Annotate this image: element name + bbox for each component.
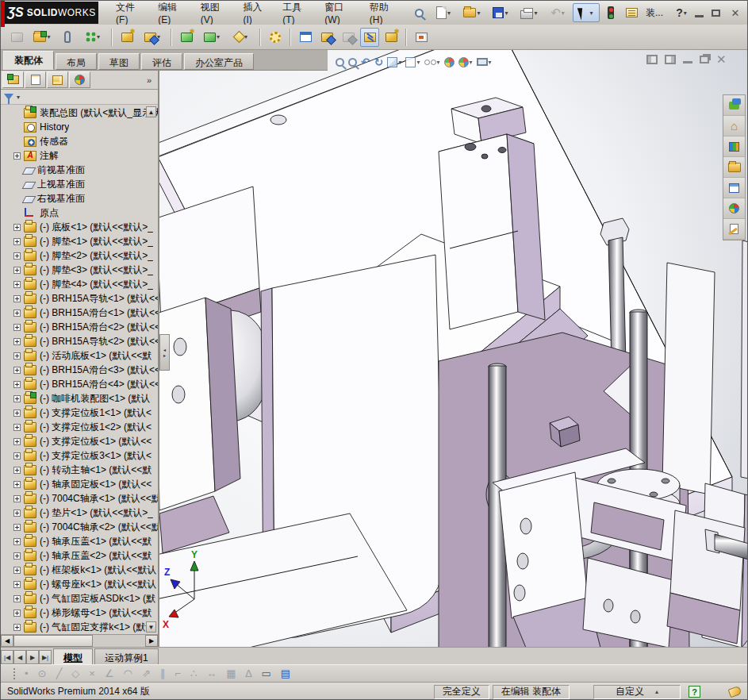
scroll-right-button[interactable]: ▶: [145, 635, 158, 647]
command-tab[interactable]: 办公室产品: [184, 53, 254, 70]
zoom-to-fit-icon[interactable]: [336, 58, 344, 67]
tree-scroll-up[interactable]: ▲: [146, 106, 156, 117]
tree-item[interactable]: (-) 转动主轴<1> (默认<<默: [1, 463, 158, 477]
design-library-tab[interactable]: [723, 137, 745, 157]
sketch-snap-icon[interactable]: ◇: [71, 668, 79, 679]
assembly-features-button[interactable]: ▾: [198, 28, 225, 47]
expand-plus-icon[interactable]: [13, 367, 21, 374]
tree-item[interactable]: 装配总图 (默认<默认_显示状态: [1, 106, 158, 120]
comment-note-button[interactable]: [622, 3, 641, 22]
expand-plus-icon[interactable]: [13, 524, 21, 531]
close-button[interactable]: ✕: [728, 7, 742, 19]
print-button[interactable]: ▾: [516, 3, 543, 22]
sketch-snap-icon[interactable]: ▤: [281, 668, 290, 679]
property-manager-tab[interactable]: [25, 71, 46, 88]
tree-item[interactable]: History: [1, 120, 158, 134]
tree-filter-bar[interactable]: ▾: [1, 90, 158, 105]
expand-plus-icon[interactable]: [13, 410, 21, 417]
apply-scene-icon[interactable]: ▾: [458, 57, 473, 67]
tree-item[interactable]: 上视基准面: [1, 177, 158, 191]
expand-plus-icon[interactable]: [13, 467, 21, 474]
undo-button[interactable]: ↶▾: [544, 3, 571, 22]
tree-item[interactable]: (-) 支撑定位板3<1> (默认<: [1, 448, 158, 463]
save-button[interactable]: ▾: [487, 3, 514, 22]
expand-plus-icon[interactable]: [13, 567, 21, 574]
tree-item[interactable]: (-) 轴承压盖<1> (默认<<默: [1, 534, 158, 548]
tag-icon[interactable]: [728, 686, 742, 698]
expand-plus-icon[interactable]: [13, 295, 21, 302]
expand-plus-icon[interactable]: [13, 381, 21, 388]
expand-plus-icon[interactable]: [13, 252, 21, 260]
previous-view-icon[interactable]: ↶: [361, 56, 370, 67]
tree-item[interactable]: (-) 轴承固定板<1> (默认<<: [1, 477, 158, 491]
split-right-button[interactable]: [665, 55, 676, 64]
sketch-snap-icon[interactable]: ↔: [206, 668, 217, 679]
expand-plus-icon[interactable]: [13, 452, 21, 460]
tree-item[interactable]: (-) 支撑定位板<1> (默认<<: [1, 434, 158, 448]
mate-button[interactable]: [58, 28, 77, 47]
tree-item[interactable]: (-) 脚垫<3> (默认<<默认>_: [1, 263, 158, 277]
expand-plus-icon[interactable]: [13, 438, 21, 445]
expand-plus-icon[interactable]: [13, 281, 21, 288]
tree-item[interactable]: (-) BRH15A导轨<2> (默认<<: [1, 334, 158, 348]
sketch-snap-icon[interactable]: ▭: [261, 668, 270, 679]
zoom-to-area-icon[interactable]: [348, 58, 357, 67]
appearances-button[interactable]: [382, 28, 401, 47]
tree-item[interactable]: (-) BRH15A滑台<3> (默认<<: [1, 363, 158, 377]
expand-plus-icon[interactable]: [13, 624, 21, 631]
sketch-snap-icon[interactable]: ⊙: [38, 668, 47, 679]
expand-plus-icon[interactable]: [13, 395, 21, 402]
linear-component-pattern-button[interactable]: ▾: [79, 28, 106, 47]
tree-item[interactable]: (-) BRH15A滑台<4> (默认<<: [1, 377, 158, 391]
sketch-snap-icon[interactable]: ∴: [190, 668, 197, 679]
insert-component-button[interactable]: [7, 28, 26, 47]
expand-plus-icon[interactable]: [13, 424, 21, 431]
scroll-left-button[interactable]: ◀: [1, 635, 13, 647]
solidworks-resources-tab[interactable]: ⌂: [723, 116, 745, 137]
expand-plus-icon[interactable]: [13, 267, 21, 274]
more-tabs-chevron[interactable]: »: [147, 75, 156, 85]
maximize-button[interactable]: [712, 10, 720, 17]
new-motion-study-button[interactable]: [266, 28, 285, 47]
feature-manager-tab[interactable]: [2, 71, 24, 88]
tree-item[interactable]: (-) 螺母座k<1> (默认<<默认: [1, 577, 158, 591]
units-selector[interactable]: 自定义▴: [593, 685, 681, 699]
tree-item[interactable]: (-) 咖啡机装配图<1> (默认: [1, 391, 158, 406]
document-tab[interactable]: 运动算例1: [94, 648, 159, 664]
tree-item[interactable]: (-) 轴承压盖<2> (默认<<默: [1, 548, 158, 563]
solidworks-forum-tab[interactable]: [723, 95, 745, 116]
next-tab-button[interactable]: ▶: [26, 650, 39, 664]
graphics-viewport[interactable]: Y Z X: [159, 50, 748, 664]
expand-plus-icon[interactable]: [13, 538, 21, 545]
document-menu-button[interactable]: 装...: [643, 3, 666, 22]
tree-item[interactable]: 右视基准面: [1, 191, 158, 206]
display-style-icon[interactable]: ▾: [405, 57, 420, 67]
sketch-snap-icon[interactable]: ∠: [105, 668, 114, 679]
expand-plus-icon[interactable]: [13, 610, 21, 617]
tree-item[interactable]: 传感器: [1, 134, 158, 148]
open-button[interactable]: ▾: [458, 3, 485, 22]
view-orientation-icon[interactable]: ▾: [387, 57, 401, 67]
help-button[interactable]: ?▾: [668, 3, 695, 22]
command-tab[interactable]: 布局: [56, 53, 97, 70]
stoplight-toggle-button[interactable]: [601, 3, 620, 22]
quick-tips-icon[interactable]: ?: [689, 686, 700, 698]
exploded-view-button[interactable]: [317, 28, 336, 47]
expand-plus-icon[interactable]: [13, 338, 21, 345]
tree-item[interactable]: 原点: [1, 206, 158, 220]
doc-restore-button[interactable]: [700, 56, 709, 63]
tree-item[interactable]: (-) 7004C轴承<1> (默认<<默: [1, 491, 158, 506]
command-tab[interactable]: 装配体: [3, 51, 54, 70]
expand-plus-icon[interactable]: [13, 310, 21, 317]
tree-item[interactable]: (-) 支撑定位板1<1> (默认<: [1, 406, 158, 420]
expand-plus-icon[interactable]: [13, 224, 21, 231]
doc-minimize-button[interactable]: [683, 61, 692, 63]
first-tab-button[interactable]: |◀: [1, 650, 13, 664]
sketch-snap-icon[interactable]: ╱: [56, 668, 62, 679]
tree-item[interactable]: (-) 脚垫<1> (默认<<默认>_: [1, 234, 158, 248]
sketch-snap-icon[interactable]: ⇗: [142, 668, 151, 679]
custom-properties-tab[interactable]: [723, 219, 745, 240]
panel-splitter-handle[interactable]: ◂▸: [159, 334, 170, 371]
expand-plus-icon[interactable]: [13, 495, 21, 502]
configuration-manager-tab[interactable]: [47, 71, 68, 88]
